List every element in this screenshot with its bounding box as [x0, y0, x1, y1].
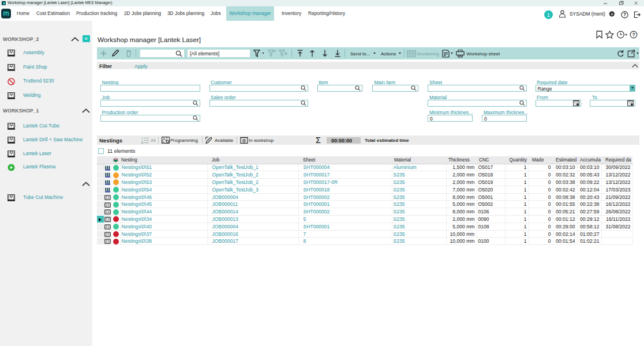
svg-text:?: ? [632, 32, 635, 37]
svg-text:?: ? [623, 12, 626, 17]
